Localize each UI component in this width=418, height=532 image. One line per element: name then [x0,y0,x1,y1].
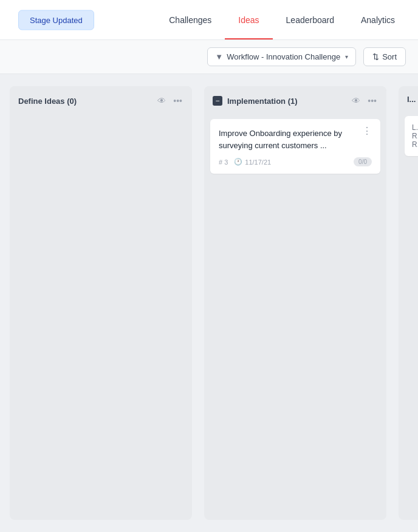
card-id: # 3 [219,159,228,166]
stage-updated-badge: Stage Updated [18,10,94,30]
nav-item-analytics[interactable]: Analytics [348,0,408,39]
column-more-button-impl[interactable]: ••• [366,95,378,107]
nav-item-ideas[interactable]: Ideas [225,0,272,39]
column-eye-button[interactable]: 👁 [156,95,167,107]
filter-dropdown-button[interactable]: ▼ Workflow - Innovation Challenge ▾ [207,47,356,66]
partial-column-title: I... [407,95,416,104]
partial-card: L... R... R... [405,116,418,156]
chevron-down-icon: ▾ [345,53,348,60]
column-actions-impl: 👁 ••• [351,95,378,107]
card-progress: 0/0 [354,157,372,166]
filter-bar: ▼ Workflow - Innovation Challenge ▾ ⇅ So… [0,40,418,74]
idea-card-1: ⋮ Improve Onboarding experience by surve… [210,119,380,174]
filter-icon: ▼ [215,52,223,61]
partial-card-line-3: R... [412,140,418,149]
card-title: Improve Onboarding experience by surveyi… [219,128,372,151]
board-area: Define Ideas (0) 👁 ••• Implementation (1… [0,74,418,532]
partial-header: I... [399,86,418,111]
column-implementation: Implementation (1) 👁 ••• ⋮ Improve Onboa… [204,86,386,520]
column-title-area-impl: Implementation (1) [213,96,298,106]
minus-icon [213,96,222,106]
column-body-implementation: ⋮ Improve Onboarding experience by surve… [204,114,386,520]
top-nav: Stage Updated Challenges Ideas Leaderboa… [0,0,418,40]
column-more-button[interactable]: ••• [172,95,183,107]
partial-body: L... R... R... [399,111,418,161]
column-partial: I... L... R... R... [399,86,418,520]
column-actions-define-ideas: 👁 ••• [156,95,183,107]
column-body-define-ideas [10,114,192,520]
column-header-implementation: Implementation (1) 👁 ••• [204,86,386,114]
column-eye-button-impl[interactable]: 👁 [351,95,361,107]
column-title-implementation: Implementation (1) [227,97,298,106]
nav-item-challenges[interactable]: Challenges [156,0,225,39]
column-header-define-ideas: Define Ideas (0) 👁 ••• [10,86,192,114]
nav-items: Challenges Ideas Leaderboard Analytics [156,0,408,39]
sort-icon: ⇅ [372,52,379,61]
more-dots-icon: ••• [173,96,182,106]
column-title-area: Define Ideas (0) [18,97,77,106]
sort-button[interactable]: ⇅ Sort [363,47,406,66]
eye-icon-impl: 👁 [352,96,360,106]
partial-card-line-1: L... [412,123,418,132]
eye-icon: 👁 [157,96,166,106]
column-define-ideas: Define Ideas (0) 👁 ••• [10,86,192,520]
column-title-define-ideas: Define Ideas (0) [18,97,77,106]
partial-card-line-2: R... [412,132,418,140]
clock-icon: 🕐 [234,158,242,166]
more-dots-icon-impl: ••• [368,96,377,106]
card-footer: # 3 🕐 11/17/21 0/0 [219,157,372,166]
nav-item-leaderboard[interactable]: Leaderboard [273,0,348,39]
card-menu-button[interactable]: ⋮ [360,125,374,137]
card-date: 🕐 11/17/21 [234,158,271,166]
